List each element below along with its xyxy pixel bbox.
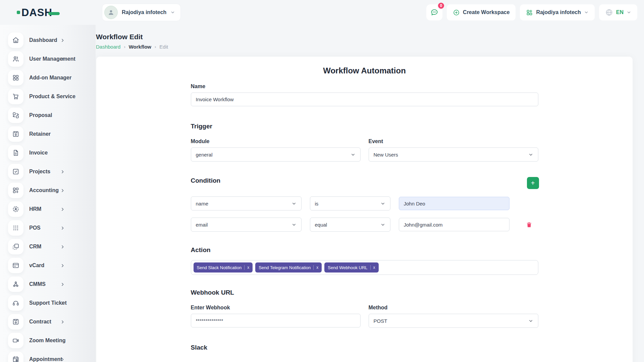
video-icon	[8, 333, 23, 348]
chat-icon	[430, 8, 439, 17]
grid-plus-icon	[8, 183, 23, 198]
sidebar-item-crm[interactable]: CRM	[0, 237, 96, 256]
workspace-switcher-label: Rajodiya infotech	[536, 9, 581, 15]
name-input[interactable]	[191, 93, 538, 106]
condition-rows: name is email equal	[191, 196, 538, 232]
module-label: Module	[191, 138, 361, 144]
users-icon	[8, 51, 23, 67]
sidebar-item-user-management[interactable]: User Management	[0, 50, 96, 68]
language-code: EN	[616, 9, 624, 15]
condition-value-input[interactable]	[399, 218, 509, 231]
nodes-icon	[8, 277, 23, 292]
add-condition-button[interactable]: +	[527, 177, 539, 189]
chevron-down-icon	[584, 10, 589, 15]
sidebar-item-support-ticket[interactable]: Support Ticket	[0, 294, 96, 312]
sidebar-item-appointment[interactable]: Appointment	[0, 350, 96, 362]
brand-logo[interactable]: DASH	[17, 7, 67, 18]
workspace-switcher[interactable]: Rajodiya infotech	[520, 4, 594, 20]
remove-tag-icon[interactable]: x	[247, 265, 249, 270]
enter-webhook-label: Enter Webhook	[191, 305, 361, 311]
main-content: Workflow Edit Dashboard › Workflow › Edi…	[96, 25, 644, 362]
action-tag: Send Webhook URL x	[324, 262, 378, 273]
sidebar-item-invoice[interactable]: Invoice	[0, 143, 96, 162]
company-switcher[interactable]: Rajodiya infotech	[102, 4, 181, 21]
chevron-right-icon	[60, 263, 65, 268]
sidebar-item-cmms[interactable]: CMMS	[0, 275, 96, 294]
sidebar-item-proposal[interactable]: Proposal	[0, 106, 96, 125]
chevron-right-icon	[60, 245, 65, 249]
event-select[interactable]: New Users	[369, 147, 538, 162]
method-label: Method	[369, 305, 538, 311]
floppy-icon	[8, 126, 23, 142]
module-select[interactable]: general	[191, 147, 361, 162]
logo-accent-bar	[48, 12, 60, 15]
condition-field-select[interactable]: email	[191, 218, 302, 232]
name-label: Name	[191, 83, 538, 89]
grid-icon	[8, 70, 23, 85]
create-workspace-label: Create Workspace	[463, 9, 509, 15]
condition-header: Condition +	[191, 177, 538, 189]
chevron-down-icon	[528, 318, 533, 323]
file-text-icon	[8, 145, 23, 161]
webhook-input[interactable]	[191, 314, 361, 327]
remove-tag-icon[interactable]: x	[373, 265, 375, 270]
webhook-grid: Enter Webhook Method POST	[191, 305, 538, 328]
sidebar-item-accounting[interactable]: Accounting	[0, 181, 96, 200]
sidebar-item-hrm[interactable]: HRM	[0, 200, 96, 219]
avatar-icon	[104, 6, 118, 19]
chevron-right-icon	[60, 57, 65, 61]
sidebar-item-contract[interactable]: Contract	[0, 312, 96, 331]
workflow-form: Workflow Automation Name Trigger Module …	[191, 57, 538, 362]
trigger-heading: Trigger	[191, 123, 538, 130]
chevron-down-icon	[291, 222, 297, 227]
action-heading: Action	[191, 246, 538, 254]
credit-card-icon	[8, 258, 23, 273]
chevron-right-icon	[60, 282, 65, 287]
chevron-right-icon	[60, 226, 65, 230]
action-tags-input[interactable]: Send Slack Notification x Send Telegram …	[191, 260, 538, 275]
breadcrumb-workflow: Workflow	[129, 44, 151, 50]
sidebar-item-pos[interactable]: POS	[0, 219, 96, 237]
chevron-down-icon	[627, 10, 631, 15]
condition-operator-select[interactable]: equal	[310, 218, 390, 232]
sidebar-item-product-service[interactable]: Product & Service	[0, 87, 96, 106]
sidebar-item-add-on-manager[interactable]: Add-on Manager	[0, 68, 96, 87]
method-select[interactable]: POST	[369, 314, 538, 328]
language-switcher[interactable]: EN	[599, 4, 637, 20]
condition-operator-select[interactable]: is	[310, 196, 390, 210]
condition-value-input[interactable]	[399, 197, 509, 210]
globe-icon	[605, 8, 613, 16]
chevron-right-icon	[60, 357, 65, 362]
chevron-right-icon	[60, 38, 65, 43]
condition-field-select[interactable]: name	[191, 196, 302, 210]
sidebar-item-projects[interactable]: Projects	[0, 162, 96, 181]
brand-name: DASH	[21, 7, 52, 18]
chevron-right-icon	[60, 170, 65, 174]
chevron-down-icon	[380, 201, 385, 206]
floppy-icon	[8, 314, 23, 329]
sidebar-item-dashboard[interactable]: Dashboard	[0, 31, 96, 50]
breadcrumb-dashboard-link[interactable]: Dashboard	[96, 44, 120, 50]
sidebar-item-vcard[interactable]: vCard	[0, 256, 96, 275]
cart-icon	[8, 89, 23, 104]
messages-button[interactable]: 0	[426, 4, 442, 20]
company-switcher-label: Rajodiya infotech	[122, 9, 166, 15]
sidebar-item-zoom-meeting[interactable]: Zoom Meeting	[0, 331, 96, 350]
form-title: Workflow Automation	[191, 66, 538, 75]
sidebar-nav: Dashboard User Management Add-on Manager…	[0, 25, 96, 362]
remove-tag-icon[interactable]: x	[316, 265, 318, 270]
chevron-down-icon	[351, 152, 356, 157]
plus-circle-icon	[453, 9, 460, 16]
home-icon	[8, 33, 23, 48]
messages-badge: 0	[437, 2, 445, 9]
dots-grid-icon	[8, 220, 23, 236]
condition-heading: Condition	[191, 177, 221, 184]
create-workspace-button[interactable]: Create Workspace	[447, 4, 516, 20]
breadcrumb-separator: ›	[124, 44, 125, 49]
calendar-clock-icon	[8, 352, 23, 362]
page-title: Workflow Edit	[96, 33, 644, 41]
sidebar-item-retainer[interactable]: Retainer	[0, 125, 96, 143]
delete-condition-button[interactable]	[526, 222, 532, 228]
action-tag: Send Slack Notification x	[194, 262, 253, 273]
chevron-down-icon	[528, 152, 533, 157]
